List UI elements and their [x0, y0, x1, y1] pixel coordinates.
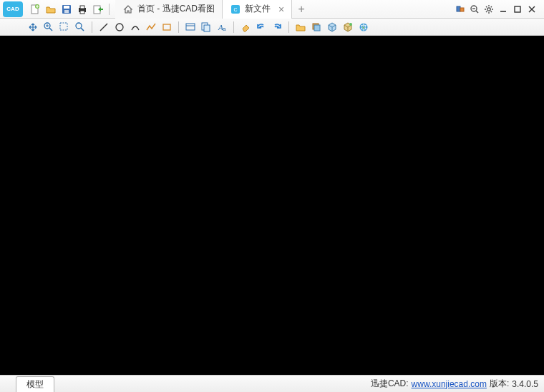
- redo-icon: [271, 21, 283, 33]
- polyline-icon: [145, 21, 157, 33]
- new-file-icon: [29, 4, 41, 15]
- tab-close-button[interactable]: ×: [278, 4, 284, 15]
- zoom-window-tool[interactable]: [57, 20, 72, 34]
- svg-rect-38: [163, 24, 170, 30]
- svg-rect-3: [64, 6, 69, 9]
- rect-tool[interactable]: [160, 20, 174, 34]
- svg-line-30: [49, 28, 52, 31]
- doc-icon: C: [230, 4, 241, 15]
- line-tool[interactable]: [97, 20, 111, 34]
- globe-icon: [358, 21, 369, 33]
- zoom-out-button[interactable]: [468, 3, 481, 16]
- model-tab[interactable]: 模型: [16, 376, 54, 392]
- save-icon: [61, 4, 72, 15]
- settings-button[interactable]: [482, 3, 495, 16]
- new-file-button[interactable]: [28, 2, 42, 16]
- pan-icon: [27, 21, 39, 33]
- layer-icon: [185, 21, 196, 33]
- svg-rect-46: [314, 25, 320, 31]
- svg-rect-26: [515, 6, 520, 12]
- titlebar: CAD 首页 - 迅捷CAD看图 C 新文件 × +: [0, 0, 544, 19]
- drawing-canvas[interactable]: [0, 36, 544, 375]
- open-file-button[interactable]: [44, 2, 58, 16]
- block-icon: [326, 21, 338, 33]
- print-button[interactable]: [75, 2, 89, 16]
- undo-button[interactable]: [254, 20, 268, 34]
- version-value: 3.4.0.5: [512, 379, 538, 389]
- redo-button[interactable]: [270, 20, 284, 34]
- eraser-icon: [240, 21, 251, 33]
- svg-line-35: [81, 28, 84, 31]
- main-toolbar: Aa: [0, 19, 544, 36]
- magnify-tool[interactable]: [73, 20, 87, 34]
- svg-rect-7: [80, 11, 84, 14]
- line-icon: [98, 21, 110, 33]
- svg-text:C: C: [233, 7, 237, 12]
- print-icon: [77, 4, 88, 15]
- close-icon: [528, 5, 536, 14]
- 3d-tool[interactable]: [341, 20, 355, 34]
- circle-tool[interactable]: [112, 20, 127, 34]
- tab-newfile-label: 新文件: [245, 3, 271, 15]
- brand-label: 迅捷CAD:: [371, 378, 409, 390]
- zoom-extents-icon: [43, 21, 54, 33]
- rect-icon: [161, 21, 173, 33]
- tab-home-label: 首页 - 迅捷CAD看图: [137, 3, 215, 15]
- minimize-icon: [499, 5, 507, 14]
- close-button[interactable]: [525, 3, 538, 16]
- statusbar: 模型 迅捷CAD: www.xunjiecad.com 版本: 3.4.0.5: [0, 375, 544, 392]
- svg-line-21: [486, 6, 487, 7]
- copy-icon: [200, 21, 212, 33]
- svg-line-23: [486, 11, 487, 11]
- svg-rect-4: [64, 10, 69, 13]
- layer-tool[interactable]: [183, 20, 198, 34]
- zoom-out-icon: [470, 4, 480, 14]
- pan-tool[interactable]: [26, 20, 40, 34]
- version-label: 版本:: [490, 378, 509, 390]
- text-icon: Aa: [216, 21, 228, 33]
- svg-point-34: [76, 23, 82, 29]
- circle-icon: [114, 21, 125, 33]
- undo-icon: [256, 21, 267, 33]
- svg-text:a: a: [223, 26, 226, 32]
- pin-button[interactable]: [454, 3, 467, 16]
- erase-tool[interactable]: [238, 20, 253, 34]
- svg-rect-42: [204, 25, 210, 31]
- layers-panel-tool[interactable]: [309, 20, 324, 34]
- polyline-tool[interactable]: [144, 20, 158, 34]
- folder-open-icon: [45, 4, 57, 15]
- block-tool[interactable]: [325, 20, 339, 34]
- layers-icon: [311, 21, 322, 33]
- magnify-icon: [74, 21, 86, 33]
- copy-tool[interactable]: [199, 20, 213, 34]
- app-logo: CAD: [3, 1, 23, 17]
- separator: [178, 21, 179, 33]
- maximize-button[interactable]: [511, 3, 524, 16]
- zoom-extents-tool[interactable]: [42, 20, 56, 34]
- text-tool[interactable]: Aa: [215, 20, 229, 34]
- home-icon: [122, 4, 134, 15]
- separator: [92, 21, 92, 33]
- arc-icon: [130, 21, 141, 33]
- svg-rect-6: [80, 6, 84, 9]
- save-button[interactable]: [59, 2, 74, 16]
- export-button[interactable]: [91, 2, 105, 16]
- tab-home[interactable]: 首页 - 迅捷CAD看图: [115, 0, 223, 19]
- tab-add-button[interactable]: +: [292, 0, 311, 19]
- svg-point-16: [487, 7, 490, 10]
- folder-icon: [295, 21, 306, 33]
- svg-point-47: [349, 23, 352, 26]
- website-link[interactable]: www.xunjiecad.com: [412, 379, 487, 389]
- tab-newfile[interactable]: C 新文件 ×: [223, 0, 292, 19]
- open-drawing-tool[interactable]: [293, 20, 308, 34]
- arc-tool[interactable]: [128, 20, 142, 34]
- zoom-window-icon: [59, 21, 70, 33]
- svg-line-22: [491, 11, 492, 11]
- minimize-button[interactable]: [497, 3, 510, 16]
- world-tool[interactable]: [356, 20, 371, 34]
- svg-line-24: [491, 6, 492, 7]
- separator: [233, 21, 234, 33]
- pin-icon: [455, 4, 465, 14]
- svg-rect-33: [60, 23, 67, 30]
- svg-line-36: [100, 24, 107, 31]
